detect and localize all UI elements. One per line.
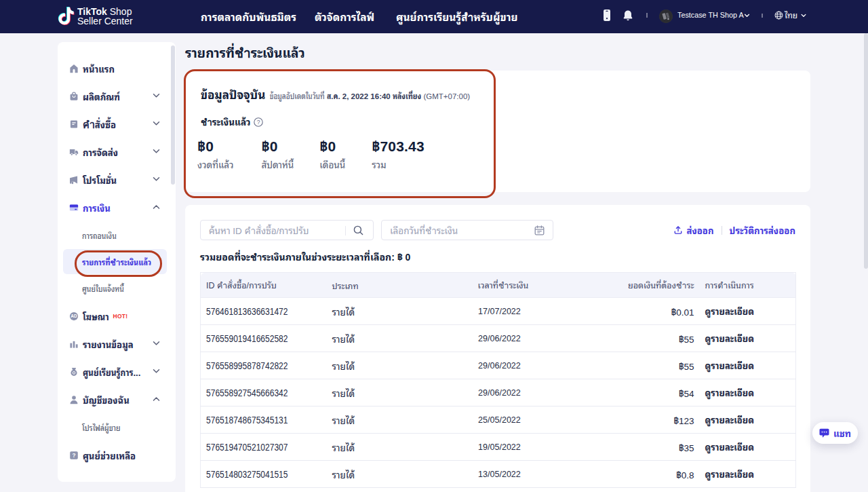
svg-text:AD: AD	[71, 314, 77, 318]
svg-text:?: ?	[256, 119, 260, 126]
svg-text:?: ?	[72, 452, 75, 459]
